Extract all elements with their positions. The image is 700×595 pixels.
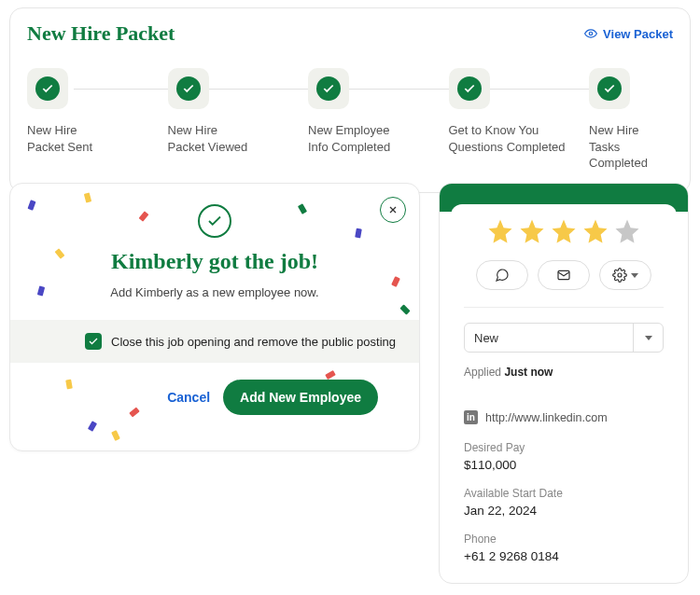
message-button[interactable] xyxy=(476,260,528,290)
linkedin-link[interactable]: in http://www.linkedin.com xyxy=(464,410,664,424)
applied-text: Applied Just now xyxy=(464,366,664,379)
packet-step: New Hire TasksCompleted xyxy=(589,68,673,172)
linkedin-icon: in xyxy=(464,410,478,424)
packet-steps: New HirePacket Sent New HirePacket Viewe… xyxy=(27,68,673,172)
close-opening-label: Close this job opening and remove the pu… xyxy=(111,335,396,349)
email-button[interactable] xyxy=(538,260,590,290)
view-packet-link[interactable]: View Packet xyxy=(584,27,673,41)
candidate-card: New Applied Just now in http://www.linke… xyxy=(439,183,689,584)
svg-point-4 xyxy=(618,273,622,277)
packet-step: New HirePacket Viewed xyxy=(168,68,291,172)
step-icon-complete xyxy=(308,68,349,109)
desired-pay-value: $110,000 xyxy=(464,458,664,472)
chevron-down-icon xyxy=(631,273,638,278)
modal-title: Kimberly got the job! xyxy=(33,249,397,274)
rating-stars[interactable] xyxy=(464,217,664,245)
check-icon xyxy=(176,76,201,101)
chat-icon xyxy=(495,268,510,283)
packet-step: New EmployeeInfo Completed xyxy=(308,68,431,172)
step-icon-complete xyxy=(27,68,68,109)
start-date-label: Available Start Date xyxy=(464,487,664,500)
step-icon-complete xyxy=(589,68,630,109)
step-label: New HirePacket Sent xyxy=(27,122,92,155)
hired-modal: Kimberly got the job! Add Kimberly as a … xyxy=(9,183,420,451)
close-button[interactable] xyxy=(380,197,406,223)
star-icon[interactable] xyxy=(550,217,578,245)
status-select-value: New xyxy=(474,331,498,345)
check-icon xyxy=(597,76,622,101)
step-label: New HirePacket Viewed xyxy=(168,122,248,155)
packet-step: New HirePacket Sent xyxy=(27,68,150,172)
phone-value: +61 2 9268 0184 xyxy=(464,549,664,563)
start-date-value: Jan 22, 2024 xyxy=(464,504,664,518)
close-icon xyxy=(387,204,399,215)
divider xyxy=(464,307,664,308)
star-icon[interactable] xyxy=(486,217,514,245)
chevron-down-icon xyxy=(645,336,652,340)
mail-icon xyxy=(556,268,571,283)
check-icon xyxy=(35,76,60,101)
step-label: Get to Know YouQuestions Completed xyxy=(449,122,566,155)
add-employee-button[interactable]: Add New Employee xyxy=(223,380,378,415)
settings-button[interactable] xyxy=(599,260,651,290)
eye-icon xyxy=(584,27,597,40)
step-icon-complete xyxy=(449,68,490,109)
close-opening-row[interactable]: Close this job opening and remove the pu… xyxy=(10,320,419,363)
view-packet-label: View Packet xyxy=(603,27,673,41)
svg-point-0 xyxy=(589,32,593,35)
gear-icon xyxy=(612,268,627,283)
phone-label: Phone xyxy=(464,533,664,546)
status-select[interactable]: New xyxy=(464,323,664,353)
packet-title: New Hire Packet xyxy=(27,21,175,46)
check-icon xyxy=(316,76,341,101)
step-icon-complete xyxy=(168,68,209,109)
close-opening-checkbox[interactable] xyxy=(85,333,102,350)
desired-pay-label: Desired Pay xyxy=(464,441,664,454)
packet-card: New Hire Packet View Packet New HirePack… xyxy=(9,7,691,193)
modal-subtitle: Add Kimberly as a new employee now. xyxy=(33,285,397,299)
step-label: New Hire TasksCompleted xyxy=(589,122,673,172)
cancel-button[interactable]: Cancel xyxy=(167,390,210,405)
step-label: New EmployeeInfo Completed xyxy=(308,122,390,155)
success-check-icon xyxy=(198,204,231,238)
packet-step: Get to Know YouQuestions Completed xyxy=(449,68,572,172)
check-icon xyxy=(457,76,482,101)
star-icon[interactable] xyxy=(581,217,609,245)
star-icon[interactable] xyxy=(613,217,641,245)
star-icon[interactable] xyxy=(518,217,546,245)
